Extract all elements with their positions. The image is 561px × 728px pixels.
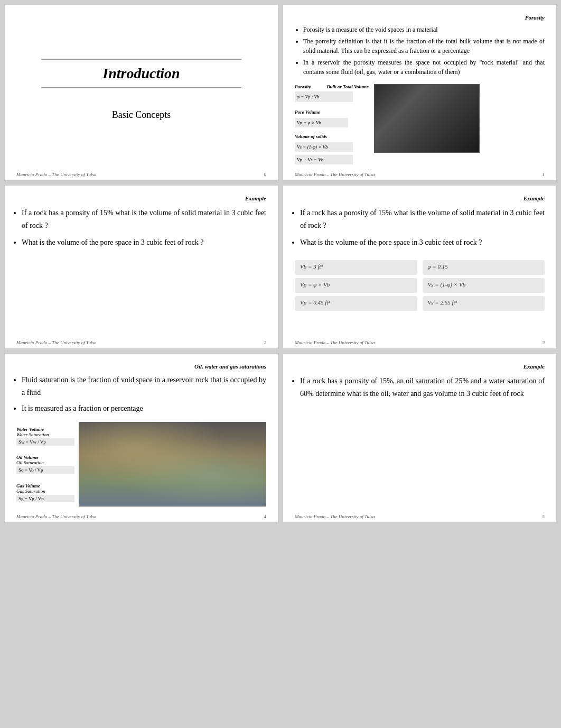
slide-1-bullet-0: Porosity is a measure of the void spaces… [303, 25, 545, 34]
slide-0-page: 0 [264, 172, 267, 177]
answer-2: Vp = φ × Vb [295, 278, 417, 293]
pore-formula: Vp = φ × Vb [295, 118, 348, 127]
slide-2-section: Example [16, 195, 266, 201]
slide-2-bullet-1: What is the volume of the pore space in … [22, 236, 266, 249]
answer-1: φ = 0.15 [423, 260, 545, 275]
slide-1-diagram: Porosity Bulk or Total Volume φ = Vp / V… [295, 84, 545, 164]
porosity-formula: φ = Vp / Vb [295, 91, 353, 102]
slide-1-rock-image [374, 84, 480, 153]
slide-5-page: 5 [543, 514, 545, 519]
water-saturation-label: Water Volume Water Saturation Sw = Vw / … [16, 427, 74, 446]
slide-5-author: Mauricio Prado – The University of Tulsa [295, 514, 375, 519]
porosity-label: Porosity [295, 84, 311, 89]
slide-5: Example If a rock has a porosity of 15%,… [283, 353, 557, 523]
slide-1-bullets: Porosity is a measure of the void spaces… [303, 25, 545, 79]
slide-3-bullet-1: What is the volume of the pore space in … [300, 236, 545, 249]
slide-1-page: 1 [543, 172, 545, 177]
answer-3: Vs = (1-φ) × Vb [423, 278, 545, 293]
oil-saturation-label: Oil Volume Oil Saturation So = Vo / Vp [16, 455, 74, 474]
slide-4-page: 4 [264, 514, 267, 519]
slide-1-bullet-2: In a reservoir the porosity measures the… [303, 58, 545, 77]
slide-0-author: Mauricio Prado – The University of Tulsa [16, 172, 97, 177]
slide-2-bullets: If a rock has a porosity of 15% what is … [22, 207, 266, 253]
slide-2-bullet-0: If a rock has a porosity of 15% what is … [22, 207, 266, 232]
slide-3-answers: Vb = 3 ft³ φ = 0.15 Vp = φ × Vb Vs = (1-… [295, 260, 545, 311]
slide-3-section: Example [295, 195, 545, 201]
slide-2-author: Mauricio Prado – The University of Tulsa [16, 340, 97, 345]
slide-3-bullet-0: If a rock has a porosity of 15% what is … [300, 207, 545, 232]
slide-1-bullet-1: The porosity definition is that it is th… [303, 36, 545, 56]
slide-4-rock-image [79, 422, 266, 506]
bulk-volume-label: Bulk or Total Volume [327, 84, 369, 89]
answer-0: Vb = 3 ft³ [295, 260, 417, 275]
slide-2: Example If a rock has a porosity of 15% … [4, 185, 278, 349]
slide-5-bullets: If a rock has a porosity of 15%, an oil … [300, 375, 545, 404]
slide-4-diagram: Water Volume Water Saturation Sw = Vw / … [16, 422, 266, 506]
answer-5: Vs = 2.55 ft³ [423, 296, 545, 311]
slide-4-author: Mauricio Prado – The University of Tulsa [16, 514, 97, 519]
slide-5-section: Example [295, 363, 545, 370]
slide-2-page: 2 [264, 340, 267, 345]
diagram-top-labels: Porosity Bulk or Total Volume [295, 84, 369, 89]
solids-formula: Vs = (1-φ) × Vb [295, 142, 353, 152]
slide-3-author: Mauricio Prado – The University of Tulsa [295, 340, 375, 345]
slide-1: Porosity Porosity is a measure of the vo… [283, 4, 557, 181]
slide-4-bullet-1: It is measured as a fraction or percenta… [22, 402, 266, 415]
slide-4-section: Oil, water and gas saturations [16, 363, 266, 370]
slide-4: Oil, water and gas saturations Fluid sat… [4, 353, 278, 523]
total-formula: Vp + Vs = Vb [295, 155, 353, 164]
volume-solids-label: Volume of solids [295, 134, 369, 139]
slide-0-subtitle: Basic Concepts [112, 109, 171, 121]
gas-saturation-label: Gas Volume Gas Saturation Sg = Vg / Vp [16, 483, 74, 502]
slide-4-bullet-0: Fluid saturation is the fraction of void… [22, 374, 266, 399]
slide-1-author: Mauricio Prado – The University of Tulsa [295, 172, 375, 177]
pore-volume-label: Pore Volume [295, 109, 369, 115]
slide-4-bullets: Fluid saturation is the fraction of void… [22, 374, 266, 418]
slide-0: Introduction Basic Concepts Mauricio Pra… [4, 4, 278, 181]
saturation-label-col: Water Volume Water Saturation Sw = Vw / … [16, 422, 74, 506]
slide-0-title: Introduction [41, 59, 241, 88]
answer-4: Vp = 0.45 ft³ [295, 296, 417, 311]
slide-3-page: 3 [543, 340, 545, 345]
slide-1-section: Porosity [295, 14, 545, 21]
slide-3-bullets: If a rock has a porosity of 15% what is … [300, 207, 545, 253]
slide-5-bullet-0: If a rock has a porosity of 15%, an oil … [300, 375, 545, 400]
slide-3: Example If a rock has a porosity of 15% … [283, 185, 557, 349]
